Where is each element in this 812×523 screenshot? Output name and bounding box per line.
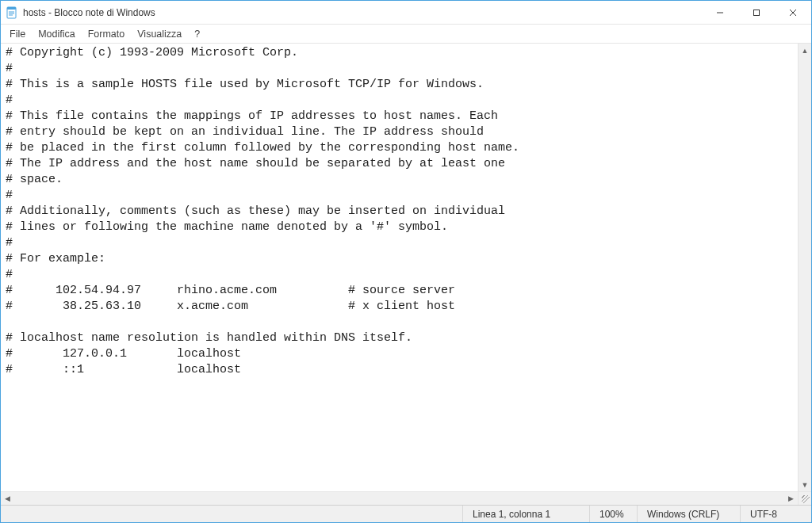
notepad-window: hosts - Blocco note di Windows File Modi… bbox=[0, 0, 812, 523]
scroll-up-icon[interactable]: ▲ bbox=[799, 44, 811, 57]
editor-area: # Copyright (c) 1993-2009 Microsoft Corp… bbox=[1, 44, 811, 491]
close-button[interactable] bbox=[775, 1, 811, 24]
resize-grip[interactable] bbox=[798, 492, 811, 505]
window-controls bbox=[702, 1, 811, 24]
menu-file[interactable]: File bbox=[4, 27, 31, 41]
app-icon bbox=[1, 6, 23, 19]
svg-rect-1 bbox=[7, 7, 16, 10]
maximize-button[interactable] bbox=[738, 1, 775, 24]
menu-view[interactable]: Visualizza bbox=[132, 27, 187, 41]
status-eol: Windows (CRLF) bbox=[637, 506, 740, 522]
statusbar: Linea 1, colonna 1 100% Windows (CRLF) U… bbox=[1, 505, 811, 522]
minimize-button[interactable] bbox=[702, 1, 738, 24]
scroll-down-icon[interactable]: ▼ bbox=[799, 478, 811, 491]
menu-help[interactable]: ? bbox=[189, 27, 205, 41]
scroll-right-icon[interactable]: ▶ bbox=[784, 492, 798, 505]
status-position: Linea 1, colonna 1 bbox=[462, 506, 589, 522]
menubar: File Modifica Formato Visualizza ? bbox=[1, 25, 811, 44]
menu-format[interactable]: Formato bbox=[82, 27, 131, 41]
scroll-left-icon[interactable]: ◀ bbox=[1, 492, 14, 505]
menu-edit[interactable]: Modifica bbox=[33, 27, 81, 41]
svg-rect-6 bbox=[754, 10, 760, 15]
status-zoom: 100% bbox=[589, 506, 637, 522]
window-title: hosts - Blocco note di Windows bbox=[23, 7, 155, 18]
status-encoding: UTF-8 bbox=[740, 506, 811, 522]
vertical-scrollbar[interactable]: ▲ ▼ bbox=[798, 44, 811, 491]
text-editor[interactable]: # Copyright (c) 1993-2009 Microsoft Corp… bbox=[1, 44, 798, 491]
titlebar[interactable]: hosts - Blocco note di Windows bbox=[1, 1, 811, 25]
horizontal-scrollbar[interactable]: ◀ ▶ bbox=[1, 491, 811, 505]
